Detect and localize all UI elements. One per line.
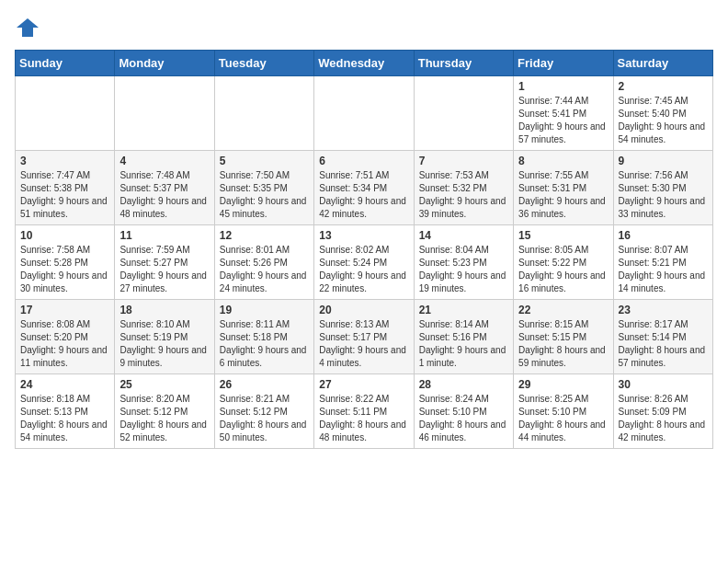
day-number: 9 [619,155,708,167]
calendar-week-row: 17Sunrise: 8:08 AM Sunset: 5:20 PM Dayli… [16,300,713,374]
weekday-header: Wednesday [314,51,414,76]
calendar-cell [414,76,513,151]
day-number: 12 [220,229,309,242]
calendar-cell: 6Sunrise: 7:51 AM Sunset: 5:34 PM Daylig… [314,151,414,225]
day-number: 7 [419,155,508,167]
calendar-cell: 14Sunrise: 8:04 AM Sunset: 5:23 PM Dayli… [414,225,513,300]
day-number: 19 [220,304,309,316]
calendar-cell: 3Sunrise: 7:47 AM Sunset: 5:38 PM Daylig… [16,151,115,225]
day-number: 20 [319,304,408,316]
day-number: 27 [319,378,408,391]
calendar-week-row: 24Sunrise: 8:18 AM Sunset: 5:13 PM Dayli… [16,374,713,449]
calendar-cell [214,76,313,151]
day-number: 2 [619,80,708,93]
day-number: 16 [619,229,708,242]
weekday-header: Sunday [16,51,115,76]
calendar-cell: 11Sunrise: 7:59 AM Sunset: 5:27 PM Dayli… [115,225,214,300]
day-number: 3 [20,155,109,167]
day-info: Sunrise: 7:55 AM Sunset: 5:31 PM Dayligh… [518,169,608,221]
day-number: 28 [419,378,508,391]
calendar-week-row: 10Sunrise: 7:58 AM Sunset: 5:28 PM Dayli… [16,225,713,300]
day-number: 22 [518,304,608,316]
page-header [15,15,713,40]
day-info: Sunrise: 8:01 AM Sunset: 5:26 PM Dayligh… [220,244,309,295]
calendar-header-row: SundayMondayTuesdayWednesdayThursdayFrid… [16,51,713,76]
logo [15,15,42,40]
day-info: Sunrise: 8:11 AM Sunset: 5:18 PM Dayligh… [220,318,309,370]
day-info: Sunrise: 8:04 AM Sunset: 5:23 PM Dayligh… [419,244,508,295]
day-info: Sunrise: 7:50 AM Sunset: 5:35 PM Dayligh… [220,169,309,221]
calendar-cell: 25Sunrise: 8:20 AM Sunset: 5:12 PM Dayli… [115,374,214,449]
logo-icon [15,15,40,40]
weekday-header: Friday [514,51,613,76]
calendar-week-row: 3Sunrise: 7:47 AM Sunset: 5:38 PM Daylig… [16,151,713,225]
calendar-cell: 2Sunrise: 7:45 AM Sunset: 5:40 PM Daylig… [613,76,712,151]
day-number: 10 [20,229,109,242]
day-info: Sunrise: 8:05 AM Sunset: 5:22 PM Dayligh… [518,244,608,295]
day-info: Sunrise: 7:47 AM Sunset: 5:38 PM Dayligh… [20,169,109,221]
day-info: Sunrise: 7:44 AM Sunset: 5:41 PM Dayligh… [518,95,608,146]
day-info: Sunrise: 8:20 AM Sunset: 5:12 PM Dayligh… [119,393,209,444]
calendar-cell: 16Sunrise: 8:07 AM Sunset: 5:21 PM Dayli… [613,225,712,300]
calendar-cell: 4Sunrise: 7:48 AM Sunset: 5:37 PM Daylig… [115,151,214,225]
day-info: Sunrise: 7:53 AM Sunset: 5:32 PM Dayligh… [419,169,508,221]
day-info: Sunrise: 7:58 AM Sunset: 5:28 PM Dayligh… [20,244,109,295]
calendar-cell: 7Sunrise: 7:53 AM Sunset: 5:32 PM Daylig… [414,151,513,225]
calendar-cell: 5Sunrise: 7:50 AM Sunset: 5:35 PM Daylig… [214,151,313,225]
day-number: 6 [319,155,408,167]
calendar-cell: 30Sunrise: 8:26 AM Sunset: 5:09 PM Dayli… [613,374,712,449]
calendar-cell: 23Sunrise: 8:17 AM Sunset: 5:14 PM Dayli… [613,300,712,374]
calendar-table: SundayMondayTuesdayWednesdayThursdayFrid… [15,50,713,449]
calendar-cell: 27Sunrise: 8:22 AM Sunset: 5:11 PM Dayli… [314,374,414,449]
day-info: Sunrise: 8:26 AM Sunset: 5:09 PM Dayligh… [619,393,708,444]
day-info: Sunrise: 7:51 AM Sunset: 5:34 PM Dayligh… [319,169,408,221]
calendar-cell: 17Sunrise: 8:08 AM Sunset: 5:20 PM Dayli… [16,300,115,374]
day-info: Sunrise: 8:13 AM Sunset: 5:17 PM Dayligh… [319,318,408,370]
day-info: Sunrise: 8:15 AM Sunset: 5:15 PM Dayligh… [518,318,608,370]
day-number: 18 [119,304,209,316]
weekday-header: Tuesday [214,51,313,76]
calendar-cell: 29Sunrise: 8:25 AM Sunset: 5:10 PM Dayli… [514,374,613,449]
calendar-cell: 28Sunrise: 8:24 AM Sunset: 5:10 PM Dayli… [414,374,513,449]
day-number: 25 [119,378,209,391]
day-number: 30 [619,378,708,391]
calendar-cell: 20Sunrise: 8:13 AM Sunset: 5:17 PM Dayli… [314,300,414,374]
weekday-header: Thursday [414,51,513,76]
day-info: Sunrise: 8:02 AM Sunset: 5:24 PM Dayligh… [319,244,408,295]
calendar-cell: 19Sunrise: 8:11 AM Sunset: 5:18 PM Dayli… [214,300,313,374]
day-info: Sunrise: 8:14 AM Sunset: 5:16 PM Dayligh… [419,318,508,370]
day-info: Sunrise: 8:22 AM Sunset: 5:11 PM Dayligh… [319,393,408,444]
day-info: Sunrise: 8:10 AM Sunset: 5:19 PM Dayligh… [119,318,209,370]
calendar-cell: 26Sunrise: 8:21 AM Sunset: 5:12 PM Dayli… [214,374,313,449]
calendar-cell: 12Sunrise: 8:01 AM Sunset: 5:26 PM Dayli… [214,225,313,300]
day-info: Sunrise: 8:21 AM Sunset: 5:12 PM Dayligh… [220,393,309,444]
calendar-cell: 8Sunrise: 7:55 AM Sunset: 5:31 PM Daylig… [514,151,613,225]
day-number: 8 [518,155,608,167]
day-number: 4 [119,155,209,167]
calendar-cell: 22Sunrise: 8:15 AM Sunset: 5:15 PM Dayli… [514,300,613,374]
day-number: 5 [220,155,309,167]
day-number: 11 [119,229,209,242]
day-number: 17 [20,304,109,316]
day-number: 29 [518,378,608,391]
day-info: Sunrise: 8:07 AM Sunset: 5:21 PM Dayligh… [619,244,708,295]
calendar-cell [314,76,414,151]
calendar-body: 1Sunrise: 7:44 AM Sunset: 5:41 PM Daylig… [16,76,713,449]
day-info: Sunrise: 7:48 AM Sunset: 5:37 PM Dayligh… [119,169,209,221]
day-number: 24 [20,378,109,391]
day-info: Sunrise: 7:56 AM Sunset: 5:30 PM Dayligh… [619,169,708,221]
day-info: Sunrise: 7:59 AM Sunset: 5:27 PM Dayligh… [119,244,209,295]
weekday-header: Monday [115,51,214,76]
day-info: Sunrise: 8:25 AM Sunset: 5:10 PM Dayligh… [518,393,608,444]
day-info: Sunrise: 7:45 AM Sunset: 5:40 PM Dayligh… [619,95,708,146]
day-info: Sunrise: 8:18 AM Sunset: 5:13 PM Dayligh… [20,393,109,444]
calendar-cell [115,76,214,151]
calendar-cell: 24Sunrise: 8:18 AM Sunset: 5:13 PM Dayli… [16,374,115,449]
day-number: 23 [619,304,708,316]
day-number: 1 [518,80,608,93]
calendar-cell: 18Sunrise: 8:10 AM Sunset: 5:19 PM Dayli… [115,300,214,374]
day-number: 21 [419,304,508,316]
calendar-cell: 15Sunrise: 8:05 AM Sunset: 5:22 PM Dayli… [514,225,613,300]
day-number: 14 [419,229,508,242]
day-info: Sunrise: 8:08 AM Sunset: 5:20 PM Dayligh… [20,318,109,370]
